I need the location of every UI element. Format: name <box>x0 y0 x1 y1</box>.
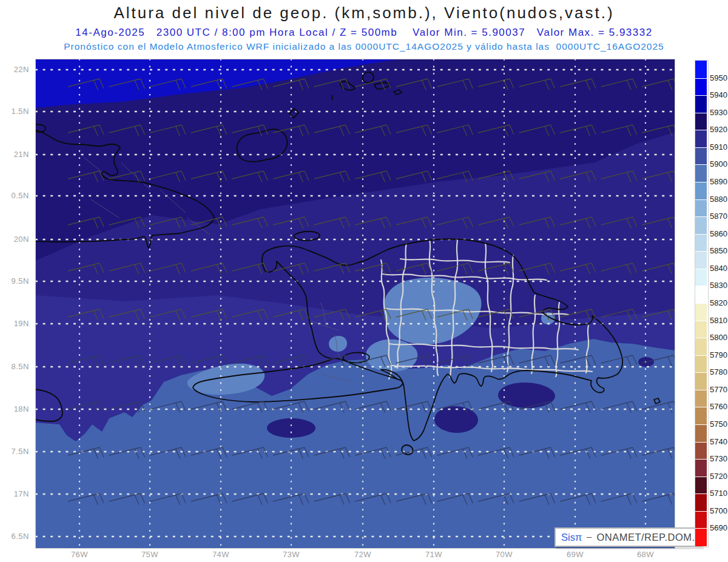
colorbar-tick-label: 5700 <box>710 506 728 515</box>
subtitle-validtime: 14-Ago-2025 2300 UTC / 8:00 pm Hora Loca… <box>0 27 728 39</box>
lat-tick-label: 18N <box>0 404 32 413</box>
colorbar-tick-label: 5950 <box>710 73 728 82</box>
lat-tick-label: 7.5N <box>0 447 32 456</box>
colorbar-tick-label: 5810 <box>710 316 728 325</box>
lat-tick-label: 9.5N <box>0 276 32 286</box>
lon-tick-label: 76W <box>64 550 95 559</box>
colorbar-tick-label: 5760 <box>710 402 728 411</box>
colorbar-tick-label: 5820 <box>710 298 728 307</box>
colorbar-tick-label: 5840 <box>710 264 728 273</box>
colorbar-tick-label: 5920 <box>710 125 728 134</box>
lon-tick-label: 70W <box>489 550 519 559</box>
colorbar-tick-label: 5790 <box>710 350 728 360</box>
lat-tick-label: 21N <box>0 150 32 159</box>
colorbar-tick-label: 5850 <box>710 246 728 255</box>
colorbar-tick-label: 5900 <box>710 159 728 169</box>
colorbar-tick-label: 5870 <box>710 212 728 221</box>
subtitle-model: Pronóstico con el Modelo Atmosferico WRF… <box>0 41 728 52</box>
colorbar-tick-label: 5770 <box>710 385 728 394</box>
lon-tick-label: 75W <box>135 550 165 559</box>
forecast-map: Sisπ−ONAMET/REP.DOM. <box>35 59 675 549</box>
colorbar-tick-label: 5830 <box>710 281 728 290</box>
colorbar-tick-label: 5690 <box>710 523 728 532</box>
sispi-logo: Sisπ <box>561 532 582 543</box>
lat-tick-label: 17N <box>0 489 32 498</box>
colorbar-tick-label: 5780 <box>710 367 728 376</box>
lon-tick-label: 74W <box>206 550 236 559</box>
colorbar-tick-label: 5720 <box>710 472 728 481</box>
colorbar-tick-label: 5730 <box>710 454 728 463</box>
lon-tick-label: 72W <box>348 550 378 559</box>
weather-chart-page: Altura del nivel de geop. (km,somb.), Vi… <box>0 0 728 562</box>
lon-tick-label: 73W <box>276 550 306 559</box>
map-canvas <box>35 59 675 549</box>
credit-badge: Sisπ−ONAMET/REP.DOM. <box>554 527 702 547</box>
colorbar-tick-label: 5860 <box>710 229 728 238</box>
colorbar-tick-label: 5800 <box>710 333 728 342</box>
colorbar-tick-label: 5890 <box>710 177 728 186</box>
lat-tick-label: 8.5N <box>0 362 32 371</box>
page-title: Altura del nivel de geop. (km,somb.), Vi… <box>0 4 728 22</box>
lat-tick-label: 22N <box>0 65 32 74</box>
lat-tick-label: 19N <box>0 319 32 328</box>
lat-tick-label: 0.5N <box>0 191 32 200</box>
colorbar-tick-label: 5710 <box>710 489 728 498</box>
lat-tick-label: 1.5N <box>0 107 32 116</box>
credit-separator: − <box>586 532 592 543</box>
lat-tick-label: 6.5N <box>0 532 32 541</box>
lon-tick-label: 68W <box>630 550 661 559</box>
colorbar-tick-label: 5940 <box>710 90 728 99</box>
colorbar-tick-label: 5880 <box>710 195 728 204</box>
colorbar-tick-label: 5740 <box>710 437 728 446</box>
lon-tick-label: 69W <box>560 550 590 559</box>
colorbar-tick-label: 5930 <box>710 108 728 117</box>
colorbar-frame <box>695 60 709 547</box>
colorbar-tick-label: 5910 <box>710 142 728 152</box>
colorbar-tick-label: 5750 <box>710 420 728 429</box>
credit-org: ONAMET/REP.DOM. <box>596 532 695 543</box>
lat-tick-label: 20N <box>0 235 32 244</box>
lon-tick-label: 71W <box>419 550 449 559</box>
